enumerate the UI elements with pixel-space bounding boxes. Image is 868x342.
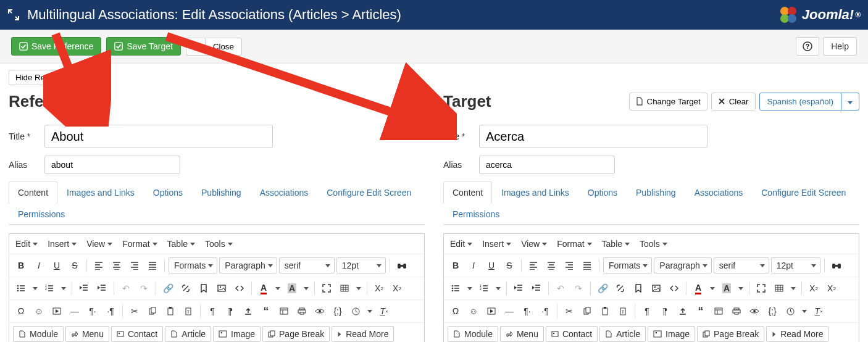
specialchar-button[interactable]: Ω [13,303,29,319]
menu-tools[interactable]: Tools [640,239,667,249]
tab-content[interactable]: Content [9,181,57,204]
numbered-list-caret[interactable] [494,280,503,296]
tab-publishing[interactable]: Publishing [192,181,251,204]
text-color-caret[interactable] [708,280,717,296]
cms-image-button[interactable]: Image [213,326,261,342]
text-color-button[interactable]: A [256,280,272,296]
copy-button[interactable] [144,303,161,319]
tab-publishing[interactable]: Publishing [627,181,685,204]
superscript-button[interactable]: X2 [824,280,840,296]
paragraph-select[interactable]: Paragraph [219,257,277,273]
bookmark-button[interactable] [196,280,212,296]
cms-article-button[interactable]: Article [165,326,211,342]
align-left-button[interactable] [91,257,107,273]
reference-alias-input[interactable] [44,156,180,174]
cms-pagebreak-button[interactable]: Page Break [697,326,764,342]
close-button[interactable]: Close [205,38,242,56]
cms-module-button[interactable]: Module [13,326,64,342]
indent-button[interactable] [528,280,545,296]
text-color-button[interactable]: A [690,280,706,296]
cms-article-button[interactable]: Article [599,326,646,342]
cms-contact-button[interactable]: Contact [546,326,598,342]
rtl-para-button[interactable]: ·¶ [537,303,553,319]
cut-button[interactable]: ✂ [127,303,143,319]
menu-insert[interactable]: Insert [48,239,77,249]
undo-button[interactable]: ↶ [553,280,569,296]
indent-button[interactable] [94,280,110,296]
insertdatetime-button[interactable] [782,303,798,319]
preview-button[interactable] [312,303,328,319]
emoji-button[interactable]: ☺ [465,303,482,319]
insert-image-button[interactable] [648,280,664,296]
tab-associations[interactable]: Associations [251,181,318,204]
strikethrough-button[interactable]: S [501,257,517,273]
cms-menu-button[interactable]: Menu [65,326,109,342]
upload-button[interactable] [240,303,256,319]
undo-button[interactable]: ↶ [118,280,134,296]
fullscreen-toggle-icon[interactable] [7,9,20,21]
paragraph-select[interactable]: Paragraph [654,257,711,273]
underline-button[interactable]: U [49,257,65,273]
cms-module-button[interactable]: Module [448,326,498,342]
cms-readmore-button[interactable]: Read More [332,326,394,342]
target-title-input[interactable] [479,125,707,148]
cut-button[interactable]: ✂ [561,303,577,319]
unlink-button[interactable] [612,280,628,296]
save-target-button[interactable]: Save Target [106,37,180,56]
menu-view[interactable]: View [86,239,112,249]
italic-button[interactable]: I [31,257,47,273]
template-button[interactable] [276,303,292,319]
bg-color-caret[interactable] [737,280,745,296]
cms-menu-button[interactable]: Menu [500,326,544,342]
paste-text-button[interactable]: T [615,303,631,319]
target-alias-input[interactable] [479,156,615,174]
hr-button[interactable]: — [67,303,83,319]
menu-edit[interactable]: Edit [450,239,472,249]
align-justify-button[interactable] [144,257,161,273]
cms-image-button[interactable]: Image [648,326,695,342]
preview-button[interactable] [746,303,762,319]
fontfamily-select[interactable]: serif [714,257,769,273]
binoculars-icon[interactable] [394,257,410,273]
ltr-para-button[interactable]: ¶· [519,303,535,319]
align-center-button[interactable] [543,257,559,273]
menu-view[interactable]: View [521,239,547,249]
unlink-button[interactable] [178,280,194,296]
underline-button[interactable]: U [483,257,499,273]
paste-button[interactable] [597,303,613,319]
menu-format[interactable]: Format [557,239,591,249]
help-button[interactable]: Help [823,37,857,56]
media-button[interactable] [483,303,499,319]
strikethrough-button[interactable]: S [67,257,83,273]
table-caret[interactable] [789,280,798,296]
insert-image-button[interactable] [214,280,230,296]
pilcrow-ltr-button[interactable]: ¶ [639,303,655,319]
ltr-para-button[interactable]: ¶· [85,303,101,319]
cms-contact-button[interactable]: Contact [111,326,163,342]
insertdatetime-button[interactable] [348,303,364,319]
align-right-button[interactable] [561,257,577,273]
source-code-button[interactable] [232,280,248,296]
reference-title-input[interactable] [44,125,273,148]
table-button[interactable] [771,280,787,296]
tab-permissions[interactable]: Permissions [9,203,74,225]
fontfamily-select[interactable]: serif [279,257,335,273]
close-button-icon-part[interactable] [186,38,205,56]
pilcrow-ltr-button[interactable]: ¶ [204,303,220,319]
language-select[interactable]: Spanish (español) [759,93,841,111]
bullet-list-button[interactable] [13,280,29,296]
tab-permissions[interactable]: Permissions [443,203,509,225]
tab-images-links[interactable]: Images and Links [57,181,144,204]
tab-associations[interactable]: Associations [685,181,753,204]
codesample-button[interactable]: {;} [330,303,346,319]
redo-button[interactable]: ↷ [136,280,152,296]
subscript-button[interactable]: X2 [806,280,822,296]
formats-select[interactable]: Formats [169,257,217,273]
tab-content[interactable]: Content [443,181,492,204]
bookmark-button[interactable] [630,280,646,296]
fontsize-select[interactable]: 12pt [336,257,386,273]
cms-readmore-button[interactable]: Read More [766,326,828,342]
media-button[interactable] [49,303,65,319]
bg-color-button[interactable]: A [719,280,735,296]
save-reference-button[interactable]: Save Reference [11,37,101,56]
